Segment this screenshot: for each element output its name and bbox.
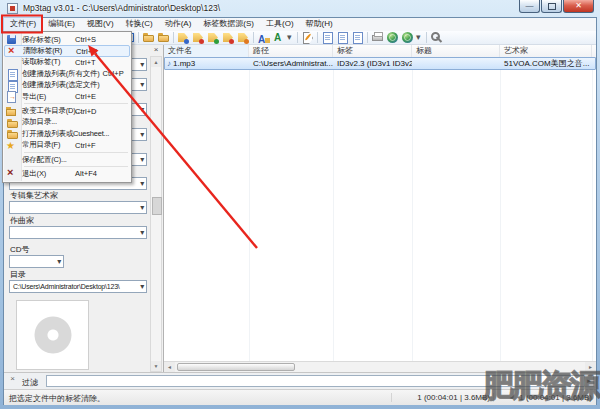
menubar-item-tools[interactable]: 工具(O): [260, 18, 300, 31]
menu-item-save-tags[interactable]: 保存标签(S)Ctrl+S: [4, 34, 130, 45]
column-header-tag[interactable]: 标签: [333, 45, 412, 57]
blank-icon: [6, 57, 17, 68]
menubar-item-help[interactable]: 帮助(H): [300, 18, 339, 31]
printer-icon[interactable]: [371, 31, 384, 44]
column-header-artist[interactable]: 艺术家: [500, 45, 592, 57]
change-directory-icon: [6, 106, 17, 117]
menu-item-read-tags[interactable]: 读取标签(T)Ctrl+T: [4, 57, 130, 68]
disc-icon: [34, 316, 72, 354]
web-source-icon[interactable]: [386, 31, 399, 44]
menu-item-playlist-selected[interactable]: 创建播放列表(选定文件): [4, 80, 130, 91]
title-bar[interactable]: Mp3tag v3.01 - C:\Users\Administrator\De…: [0, 0, 600, 17]
menu-item-save-configuration[interactable]: 保存配置(C)...: [4, 154, 130, 165]
remove-tags-icon: [7, 46, 18, 57]
menubar-item-file[interactable]: 文件(F): [4, 18, 42, 31]
convert-tag-icon[interactable]: [257, 31, 270, 44]
maximize-button[interactable]: [541, 0, 562, 13]
tag-panel-close-icon[interactable]: ×: [151, 45, 161, 55]
scroll-up-icon[interactable]: ▲: [151, 57, 161, 67]
exit-icon: [6, 168, 17, 179]
folder-locked-icon[interactable]: [157, 31, 170, 44]
column-gridline: [333, 57, 334, 361]
disc-number-label: CD号: [10, 245, 30, 254]
minimize-button[interactable]: —: [519, 0, 540, 13]
cell-title: [412, 58, 500, 69]
caret-down-icon[interactable]: [416, 31, 423, 44]
close-button[interactable]: ✕: [563, 0, 594, 13]
export-icon: [6, 91, 17, 102]
menu-item-exit[interactable]: 退出(X)Alt+F4: [4, 168, 130, 179]
filter-close-icon[interactable]: ×: [8, 374, 17, 383]
menu-item-add-directory[interactable]: 添加目录...: [4, 117, 130, 128]
disc-number-combobox[interactable]: [9, 255, 64, 268]
scrollbar-thumb[interactable]: [177, 363, 295, 371]
toolbar-separator: [317, 32, 318, 43]
cell-artist: 51VOA.COM美国之音...: [500, 58, 592, 69]
menu-item-change-directory[interactable]: 改变工作目录(D)...Ctrl+D: [4, 105, 130, 116]
composer-combobox[interactable]: [9, 226, 147, 239]
options-icon[interactable]: [430, 31, 443, 44]
font-icon[interactable]: [272, 31, 285, 44]
menubar-item-view[interactable]: 视图(V): [81, 18, 120, 31]
window-title: Mp3tag v3.01 - C:\Users\Administrator\De…: [23, 3, 220, 13]
edit-tag-icon[interactable]: [301, 31, 314, 44]
read-tag-icon[interactable]: [207, 31, 220, 44]
playlist-selected-icon[interactable]: [351, 31, 364, 44]
remove-tag-icon[interactable]: [192, 31, 205, 44]
menu-separator: [24, 103, 128, 104]
add-directory-icon: [6, 117, 17, 128]
menubar-item-edit[interactable]: 编辑(E): [42, 18, 81, 31]
table-row-selected[interactable]: ♪1.mp3 C:\Users\Administrat... ID3v2.3 (…: [164, 57, 596, 70]
menu-separator: [24, 166, 128, 167]
column-header-title[interactable]: 标题: [412, 45, 500, 57]
column-header-path[interactable]: 路径: [249, 45, 333, 57]
menu-item-export[interactable]: 导出(E)Ctrl+E: [4, 91, 130, 102]
save-tag-icon[interactable]: [177, 31, 190, 44]
column-gridline: [412, 57, 413, 361]
web-source-alt-icon[interactable]: [401, 31, 414, 44]
scroll-left-icon[interactable]: ◄: [164, 362, 175, 372]
directory-combobox[interactable]: C:\Users\Administrator\Desktop\123\: [9, 280, 147, 293]
menu-separator: [24, 152, 128, 153]
column-gridline: [249, 57, 250, 361]
favorite-directory-icon: [6, 140, 17, 151]
menubar-item-convert[interactable]: 转换(C): [120, 18, 159, 31]
menubar-item-tag-sources[interactable]: 标签数据源(S): [197, 18, 260, 31]
menu-item-favorite-directories[interactable]: 常用目录(F)Ctrl+F: [4, 140, 130, 151]
cut-tag-icon[interactable]: [222, 31, 235, 44]
cell-path: C:\Users\Administrat...: [249, 58, 333, 69]
column-gridline: [592, 57, 593, 361]
paste-tag-icon[interactable]: [237, 31, 250, 44]
cell-filename: ♪1.mp3: [165, 58, 249, 69]
filter-bar: × 过滤 ►: [4, 372, 596, 389]
menu-item-remove-tags[interactable]: 清除标签(R)Ctrl+R: [4, 45, 130, 56]
playlist-new-icon[interactable]: [321, 31, 334, 44]
filter-label: 过滤: [22, 377, 38, 388]
scroll-right-icon[interactable]: ►: [585, 362, 596, 372]
playlist-all-icon[interactable]: [336, 31, 349, 44]
album-artist-label: 专辑集艺术家: [10, 191, 58, 200]
maximize-icon: [548, 3, 556, 10]
file-menu-popup: 保存标签(S)Ctrl+S 清除标签(R)Ctrl+R 读取标签(T)Ctrl+…: [2, 31, 132, 183]
scrollbar-thumb[interactable]: [152, 197, 162, 215]
status-bar: 把选定文件中的标签清除。 1 (00:04:01 | 3.6MB) 1 (00:…: [4, 389, 596, 405]
folder-open-icon[interactable]: [142, 31, 155, 44]
filter-input[interactable]: [46, 375, 586, 387]
tag-panel-scrollbar[interactable]: ▲ ▼: [150, 56, 162, 372]
album-art-box[interactable]: [16, 300, 89, 370]
toolbar-separator: [367, 32, 368, 43]
menu-item-playlist-all[interactable]: 创建播放列表(所有文件)Ctrl+P: [4, 68, 130, 79]
menu-item-open-playlist[interactable]: 打开播放列表或Cuesheet...: [4, 128, 130, 139]
composer-label: 作曲家: [10, 216, 34, 225]
toolbar-separator: [138, 32, 139, 43]
scroll-down-icon[interactable]: ▼: [151, 361, 161, 371]
column-header-filename[interactable]: 文件名: [164, 45, 249, 57]
caret-down-icon[interactable]: [287, 31, 294, 44]
client-area: 文件(F)编辑(E)视图(V)转换(C)动作(A)标签数据源(S)工具(O)帮助…: [3, 17, 597, 405]
album-artist-combobox[interactable]: [9, 201, 147, 214]
menubar-item-actions[interactable]: 动作(A): [159, 18, 198, 31]
audio-file-icon: ♪: [167, 59, 171, 68]
directory-label: 目录: [10, 270, 26, 279]
filter-expand-button[interactable]: ►: [584, 375, 594, 387]
horizontal-scrollbar[interactable]: ◄ ►: [164, 361, 596, 372]
